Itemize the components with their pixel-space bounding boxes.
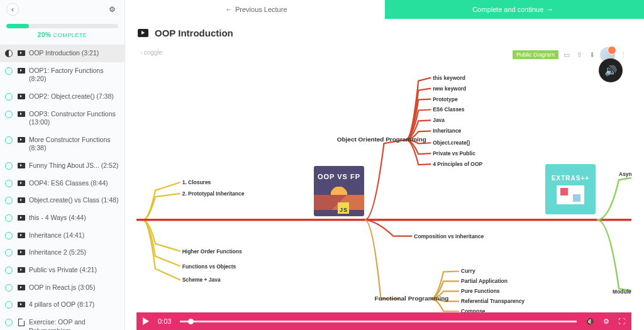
course-sidebar: ‹ ⚙ 20% COMPLETE OOP Introduction (3:21)… — [0, 0, 125, 330]
settings-button[interactable]: ⚙ — [603, 317, 609, 326]
status-icon — [5, 301, 13, 309]
lecture-label: 4 pillars of OOP (8:17) — [29, 300, 119, 309]
lecture-title: OOP Introduction — [155, 28, 233, 38]
svg-text:Inheritance: Inheritance — [433, 128, 461, 134]
lecture-item[interactable]: Public vs Private (4:21) — [0, 261, 125, 279]
video-icon — [18, 94, 25, 99]
svg-text:Asyn: Asyn — [619, 171, 631, 177]
status-icon — [5, 249, 13, 256]
status-icon — [5, 267, 13, 274]
chevron-left-icon: ‹ — [11, 5, 14, 14]
lecture-label: Public vs Private (4:21) — [29, 266, 119, 275]
svg-text:Object Oriented Programming: Object Oriented Programming — [337, 136, 426, 143]
status-icon — [5, 197, 13, 204]
mute-button[interactable]: 🔇 — [586, 317, 594, 326]
video-icon — [18, 68, 25, 74]
fullscreen-button[interactable]: ⛶ — [618, 317, 625, 325]
main-area: ←Previous Lecture Complete and continue→… — [125, 0, 644, 330]
lecture-label: Funny Thing About JS... (2:52) — [29, 162, 119, 170]
progress-bar — [6, 24, 118, 28]
card-label: OOP VS FP — [318, 173, 360, 180]
svg-text:2. Prototypal Inheritance: 2. Prototypal Inheritance — [182, 190, 245, 197]
svg-text:4 Principles of OOP: 4 Principles of OOP — [433, 161, 482, 167]
lecture-label: OOP1: Factory Functions (8:20) — [29, 67, 119, 84]
progress-area: 20% COMPLETE — [0, 19, 125, 45]
lecture-label: OOP2: Object.create() (7:38) — [29, 92, 119, 101]
lecture-label: Inheritance (14:41) — [29, 231, 119, 240]
prev-lecture-button[interactable]: ←Previous Lecture — [125, 0, 385, 19]
lecture-item[interactable]: OOP2: Object.create() (7:38) — [0, 88, 125, 106]
lecture-label: OOP in React.js (3:05) — [29, 283, 119, 292]
lecture-label: OOP Introduction (3:21) — [29, 49, 119, 58]
lecture-item[interactable]: OOP in React.js (3:05) — [0, 279, 125, 297]
lecture-item[interactable]: OOP4: ES6 Classes (8:44) — [0, 175, 125, 192]
svg-text:new keyword: new keyword — [433, 85, 466, 92]
complete-continue-button[interactable]: Complete and continue→ — [385, 0, 645, 19]
lecture-list[interactable]: OOP Introduction (3:21) OOP1: Factory Fu… — [0, 45, 125, 330]
status-icon — [5, 93, 13, 101]
svg-text:Modules in Javas: Modules in Javas — [613, 289, 631, 295]
lecture-item[interactable]: More Constructor Functions (8:38) — [0, 131, 125, 157]
lecture-title-row: OOP Introduction — [125, 19, 644, 45]
status-icon — [5, 111, 13, 118]
status-icon — [5, 50, 13, 57]
svg-text:1. Closures: 1. Closures — [182, 179, 211, 185]
settings-button[interactable]: ⚙ — [106, 3, 118, 16]
lecture-item[interactable]: OOP3: Constructor Functions (13:00) — [0, 106, 125, 131]
video-icon — [18, 197, 25, 203]
lecture-item[interactable]: Exercise: OOP and Polymorphism — [0, 314, 125, 330]
progress-label: 20% COMPLETE — [6, 28, 118, 42]
seek-bar[interactable] — [180, 321, 577, 322]
svg-text:Referential Transparency: Referential Transparency — [461, 298, 525, 304]
lecture-item[interactable]: Object.create() vs Class (1:48) — [0, 192, 125, 209]
next-label: Complete and continue — [472, 6, 543, 13]
status-icon — [5, 284, 13, 292]
gear-icon: ⚙ — [109, 5, 116, 14]
seek-handle[interactable] — [188, 319, 194, 324]
file-icon — [18, 319, 25, 326]
svg-text:Private vs Public: Private vs Public — [433, 150, 475, 157]
status-icon — [5, 319, 13, 326]
svg-text:Higher Order Functions: Higher Order Functions — [182, 248, 242, 255]
oop-vs-fp-card: OOP VS FP JS — [314, 166, 364, 216]
extras-card: EXTRAS++ — [545, 164, 596, 214]
play-button[interactable] — [143, 317, 149, 325]
lecture-item[interactable]: OOP Introduction (3:21) — [0, 45, 125, 62]
video-icon — [18, 233, 25, 238]
svg-text:Composition vs Inheritance: Composition vs Inheritance — [414, 233, 484, 239]
lecture-label: Exercise: OOP and Polymorphism — [29, 318, 119, 330]
video-icon — [18, 215, 25, 221]
lecture-item[interactable]: this - 4 Ways (4:44) — [0, 209, 125, 227]
lecture-label: More Constructor Functions (8:38) — [29, 136, 119, 153]
status-icon — [5, 214, 13, 222]
lecture-label: OOP3: Constructor Functions (13:00) — [29, 110, 119, 127]
video-icon — [18, 50, 25, 56]
lecture-item[interactable]: Inheritance 2 (5:25) — [0, 244, 125, 261]
status-icon — [5, 67, 13, 75]
video-icon — [18, 267, 25, 273]
video-icon — [138, 29, 148, 37]
video-icon — [18, 180, 25, 186]
svg-text:Curry: Curry — [461, 268, 475, 274]
status-icon — [5, 232, 13, 239]
status-icon — [5, 136, 13, 144]
arrow-left-icon: ← — [225, 5, 233, 14]
player-controls: 0:03 🔇 ⚙ ⛶ — [136, 312, 631, 330]
back-button[interactable]: ‹ — [6, 3, 19, 16]
lecture-label: this - 4 Ways (4:44) — [29, 214, 119, 223]
video-icon — [18, 250, 25, 255]
lecture-item[interactable]: Inheritance (14:41) — [0, 227, 125, 245]
svg-text:Functional Programming: Functional Programming — [375, 295, 449, 302]
arrow-right-icon: → — [546, 5, 553, 14]
lecture-item[interactable]: 4 pillars of OOP (8:17) — [0, 296, 125, 314]
video-player[interactable]: ‹coggle Public Diagram ▭ ⇧ ⬇ ⋮ 🔊 — [136, 45, 631, 330]
lecture-label: Inheritance 2 (5:25) — [29, 248, 119, 257]
svg-text:Java: Java — [433, 117, 445, 123]
card-label: EXTRAS++ — [552, 175, 589, 182]
svg-text:this keyword: this keyword — [433, 75, 465, 81]
lecture-item[interactable]: Funny Thing About JS... (2:52) — [0, 157, 125, 175]
lecture-item[interactable]: OOP1: Factory Functions (8:20) — [0, 62, 125, 88]
current-time: 0:03 — [158, 317, 171, 325]
video-icon — [18, 163, 25, 168]
svg-text:Object.create(): Object.create() — [433, 140, 470, 146]
